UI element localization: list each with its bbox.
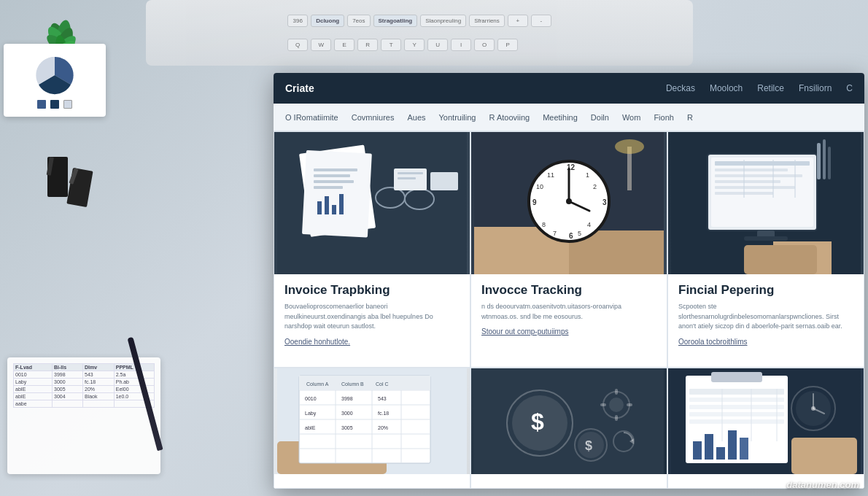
key: - bbox=[531, 15, 551, 27]
sec-nav-aues[interactable]: Aues bbox=[407, 113, 425, 122]
pie-chart-card bbox=[4, 44, 106, 117]
sec-nav-covmniures[interactable]: Covmniures bbox=[352, 113, 395, 122]
svg-rect-30 bbox=[398, 172, 423, 174]
svg-rect-119 bbox=[689, 419, 784, 424]
svg-point-51 bbox=[566, 198, 572, 204]
svg-rect-17 bbox=[302, 150, 372, 238]
svg-rect-114 bbox=[711, 372, 762, 382]
svg-rect-108 bbox=[600, 403, 606, 406]
svg-rect-97 bbox=[474, 368, 664, 474]
card-bottom-2: $ $ bbox=[470, 368, 667, 489]
sec-nav-atooviing[interactable]: R Atooviing bbox=[489, 113, 530, 122]
svg-text:20%: 20% bbox=[378, 425, 388, 430]
svg-text:8: 8 bbox=[542, 221, 546, 228]
key: Q bbox=[287, 39, 308, 51]
sec-nav-yontruiling[interactable]: Yontruiling bbox=[439, 113, 476, 122]
svg-rect-128 bbox=[791, 438, 857, 474]
nav-link-deckas[interactable]: Deckas bbox=[666, 83, 695, 93]
card-title-3: Fincial Pepering bbox=[678, 283, 853, 298]
sec-nav-r[interactable]: R bbox=[687, 113, 693, 122]
svg-rect-127 bbox=[740, 438, 748, 460]
svg-rect-106 bbox=[615, 389, 618, 395]
key: U bbox=[427, 39, 448, 51]
svg-rect-68 bbox=[828, 147, 831, 179]
cards-grid: Invoice Trapbking Bouvaelioproscomenaerl… bbox=[274, 131, 864, 489]
svg-rect-70 bbox=[744, 245, 817, 274]
key: Stragoatling bbox=[373, 15, 418, 27]
card-invoice-tracking: Invoice Trapbking Bouvaelioproscomenaerl… bbox=[274, 131, 470, 368]
secondary-navigation: O IRomatiimite Covmniures Aues Yontruili… bbox=[274, 104, 864, 131]
svg-rect-18 bbox=[314, 168, 357, 171]
svg-rect-31 bbox=[398, 177, 416, 179]
sec-nav-fionh[interactable]: Fionh bbox=[654, 113, 674, 122]
key: 396 bbox=[287, 15, 308, 27]
svg-text:$: $ bbox=[531, 408, 544, 435]
key: Dcluong bbox=[311, 15, 344, 27]
svg-rect-123 bbox=[693, 441, 702, 460]
top-nav-links: Deckas Mooloch Retilce Fnsiliorn C bbox=[666, 83, 853, 93]
card-image-3 bbox=[668, 132, 864, 274]
svg-rect-20 bbox=[314, 180, 354, 183]
svg-text:abIE: abIE bbox=[305, 425, 316, 430]
svg-rect-58 bbox=[715, 168, 788, 171]
sec-nav-wom[interactable]: Wom bbox=[622, 113, 640, 122]
nav-link-c[interactable]: C bbox=[846, 83, 853, 93]
svg-rect-60 bbox=[715, 180, 780, 183]
svg-rect-116 bbox=[689, 398, 784, 402]
svg-rect-107 bbox=[615, 415, 618, 421]
sec-nav-iromatiimite[interactable]: O IRomatiimite bbox=[285, 113, 338, 122]
svg-point-105 bbox=[609, 398, 624, 412]
svg-rect-67 bbox=[823, 139, 826, 179]
svg-text:11: 11 bbox=[547, 171, 554, 179]
card-image-1 bbox=[274, 132, 470, 274]
sec-nav-meetihing[interactable]: Meetihing bbox=[543, 113, 578, 122]
card-desc-2: n ds deoourvatm.oasenitvotn.uitasors-oro… bbox=[481, 302, 656, 322]
svg-text:fc.18: fc.18 bbox=[378, 411, 389, 416]
svg-text:3005: 3005 bbox=[341, 425, 353, 430]
svg-rect-118 bbox=[689, 412, 784, 416]
svg-text:2: 2 bbox=[593, 183, 597, 190]
svg-point-53 bbox=[615, 139, 644, 154]
card-link-3[interactable]: Ooroola tocbroithlims bbox=[678, 338, 853, 346]
card-desc-3: Scpooten ste slorthesnarnolugrdinbelesom… bbox=[678, 302, 853, 332]
svg-rect-109 bbox=[627, 403, 632, 406]
svg-rect-12 bbox=[66, 168, 93, 207]
card-body-3: Fincial Pepering Scpooten ste slorthesna… bbox=[668, 274, 864, 353]
svg-rect-21 bbox=[314, 186, 343, 189]
svg-text:3000: 3000 bbox=[341, 411, 353, 416]
card-image-6 bbox=[668, 368, 864, 474]
svg-rect-125 bbox=[716, 447, 725, 460]
svg-text:7: 7 bbox=[553, 230, 557, 237]
keyboard-decoration: 396 Dcluong 7eos Stragoatling Slaonpreul… bbox=[146, 0, 693, 66]
nav-link-fnsiliorn[interactable]: Fnsiliorn bbox=[799, 83, 832, 93]
svg-text:10: 10 bbox=[536, 183, 543, 190]
key: Slaonpreuling bbox=[420, 15, 466, 27]
svg-rect-61 bbox=[715, 186, 795, 189]
card-image-2: 12 3 6 9 1 2 11 10 4 5 7 8 bbox=[471, 132, 667, 274]
svg-rect-115 bbox=[689, 389, 784, 395]
key: Y bbox=[404, 39, 425, 51]
nav-link-retilce[interactable]: Retilce bbox=[757, 83, 784, 93]
svg-rect-124 bbox=[705, 434, 713, 460]
card-bottom-3 bbox=[667, 368, 864, 489]
svg-text:3: 3 bbox=[602, 198, 607, 206]
svg-rect-117 bbox=[689, 405, 784, 409]
svg-rect-23 bbox=[325, 196, 329, 214]
sec-nav-doiln[interactable]: Doiln bbox=[591, 113, 609, 122]
card-link-2[interactable]: Stoour out comp-putuiimps bbox=[481, 328, 656, 336]
svg-rect-72 bbox=[744, 236, 788, 241]
svg-text:Column A: Column A bbox=[306, 381, 329, 387]
svg-text:Laby: Laby bbox=[305, 411, 317, 416]
nav-link-mooloch[interactable]: Mooloch bbox=[710, 83, 743, 93]
site-logo: Criate bbox=[285, 82, 314, 94]
svg-text:Column B: Column B bbox=[341, 381, 364, 387]
svg-text:543: 543 bbox=[378, 396, 387, 401]
card-link-1[interactable]: Ooendie honhutlote. bbox=[284, 338, 460, 346]
key: + bbox=[508, 15, 528, 27]
svg-text:Col C: Col C bbox=[376, 381, 389, 387]
card-financial-reporting: Fincial Pepering Scpooten ste slorthesna… bbox=[667, 131, 864, 368]
card-body-2: Invocce Tracking n ds deoourvatm.oasenit… bbox=[471, 274, 667, 343]
svg-text:1: 1 bbox=[586, 171, 589, 179]
card-title-2: Invocce Tracking bbox=[481, 283, 656, 298]
key: T bbox=[381, 39, 401, 51]
